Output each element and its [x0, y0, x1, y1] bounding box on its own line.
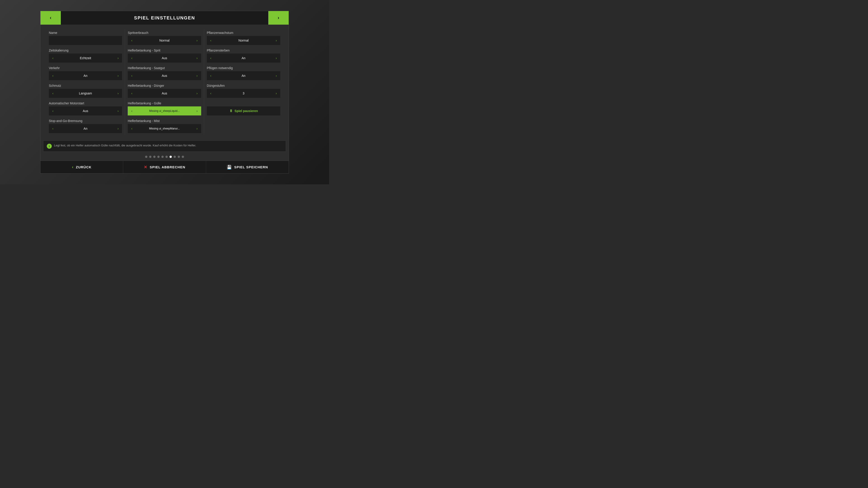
pflanzensterben-prev[interactable]: ‹	[207, 54, 215, 63]
pause-button[interactable]: ⏸ Spiel pausieren	[207, 106, 280, 116]
setting-pflanzenwachstum: Pflanzenwachstum ‹ Normal ›	[204, 29, 283, 47]
setting-verkehr-label: Verkehr	[49, 66, 122, 70]
dot-1[interactable]	[145, 156, 147, 158]
dungestufen-control: ‹ 3 ›	[207, 89, 280, 98]
pflanzenwachstum-next[interactable]: ›	[272, 36, 280, 45]
helfer-gulle-value: Missing ui_sheepLiquid...	[136, 109, 193, 112]
pflugen-control: ‹ An ›	[207, 71, 280, 80]
verkehr-control: ‹ An ›	[49, 71, 122, 80]
modal-header: ‹ SPIEL EINSTELLUNGEN ›	[40, 11, 289, 25]
setting-helfer-gulle-label: Helferbetankung - Gülle	[128, 101, 201, 105]
zeitskalierung-next[interactable]: ›	[114, 54, 122, 63]
stopgo-prev[interactable]: ‹	[49, 124, 57, 133]
settings-content: Name Spritverbrauch ‹ Normal › Pflanzenw…	[40, 25, 289, 138]
dungestufen-prev[interactable]: ‹	[207, 89, 215, 98]
verkehr-prev[interactable]: ‹	[49, 71, 57, 80]
dot-9[interactable]	[178, 156, 180, 158]
zeitskalierung-prev[interactable]: ‹	[49, 54, 57, 63]
dungestufen-next[interactable]: ›	[272, 89, 280, 98]
spritverbrauch-control: ‹ Normal ›	[128, 36, 201, 45]
verkehr-value: An	[57, 74, 114, 77]
helfer-mist-next[interactable]: ›	[193, 124, 201, 133]
helfer-saatgut-value: Aus	[136, 74, 193, 77]
setting-helfer-gulle: Helferbetankung - Gülle ‹ Missing ui_she…	[125, 100, 204, 117]
helfer-dunger-value: Aus	[136, 92, 193, 95]
pflugen-prev[interactable]: ‹	[207, 71, 215, 80]
helfer-gulle-control: ‹ Missing ui_sheepLiquid... ›	[128, 106, 201, 116]
helfer-sprit-value: Aus	[136, 56, 193, 60]
dungestufen-value: 3	[215, 92, 272, 95]
setting-spritverbrauch-label: Spritverbrauch	[128, 31, 201, 35]
helfer-gulle-prev[interactable]: ‹	[128, 106, 136, 116]
setting-name-label: Name	[49, 31, 122, 35]
helfer-gulle-next[interactable]: ›	[193, 106, 201, 116]
pflanzensterben-value: An	[215, 56, 272, 60]
helfer-mist-prev[interactable]: ‹	[128, 124, 136, 133]
schmutz-prev[interactable]: ‹	[49, 89, 57, 98]
save-label: SPIEL SPEICHERN	[234, 165, 268, 169]
helfer-dunger-next[interactable]: ›	[193, 89, 201, 98]
setting-schmutz: Schmutz ‹ Langsam ›	[46, 82, 125, 100]
helfer-saatgut-prev[interactable]: ‹	[128, 71, 136, 80]
prev-button[interactable]: ‹	[40, 11, 61, 25]
spritverbrauch-value: Normal	[136, 39, 193, 42]
helfer-saatgut-next[interactable]: ›	[193, 71, 201, 80]
modal-title: SPIEL EINSTELLUNGEN	[61, 15, 268, 21]
setting-verkehr: Verkehr ‹ An ›	[46, 64, 125, 82]
helfer-sprit-prev[interactable]: ‹	[128, 54, 136, 63]
pause-label: Spiel pausieren	[235, 109, 258, 113]
setting-pflanzenwachstum-label: Pflanzenwachstum	[207, 31, 280, 35]
dot-3[interactable]	[153, 156, 156, 158]
dot-8[interactable]	[174, 156, 176, 158]
dot-2[interactable]	[149, 156, 151, 158]
pause-icon: ⏸	[229, 109, 233, 113]
back-label: ZURÜCK	[76, 165, 92, 169]
spritverbrauch-next[interactable]: ›	[193, 36, 201, 45]
setting-pflanzensterben: Pflanzensterben ‹ An ›	[204, 47, 283, 64]
dot-6[interactable]	[165, 156, 168, 158]
zeitskalierung-value: Echtzeit	[57, 56, 114, 60]
helfer-sprit-next[interactable]: ›	[193, 54, 201, 63]
spritverbrauch-prev[interactable]: ‹	[128, 36, 136, 45]
dot-10[interactable]	[182, 156, 184, 158]
helfer-dunger-prev[interactable]: ‹	[128, 89, 136, 98]
next-button[interactable]: ›	[268, 11, 289, 25]
verkehr-next[interactable]: ›	[114, 71, 122, 80]
helfer-saatgut-control: ‹ Aus ›	[128, 71, 201, 80]
motorstart-next[interactable]: ›	[114, 106, 122, 116]
cancel-button[interactable]: ✕ SPIEL ABBRECHEN	[123, 161, 206, 173]
setting-pflugen: Pflügen notwendig ‹ An ›	[204, 64, 283, 82]
info-icon: i	[47, 144, 52, 149]
stopgo-next[interactable]: ›	[114, 124, 122, 133]
setting-helfer-mist: Helferbetankung - Mist ‹ Missing ui_shee…	[125, 117, 204, 135]
pflanzensterben-next[interactable]: ›	[272, 54, 280, 63]
pflanzenwachstum-control: ‹ Normal ›	[207, 36, 280, 45]
dot-4[interactable]	[157, 156, 160, 158]
setting-empty	[204, 117, 283, 135]
setting-name: Name	[46, 29, 125, 47]
stopgo-value: An	[57, 127, 114, 130]
back-icon: ‹	[72, 165, 74, 169]
save-button[interactable]: 💾 SPIEL SPEICHERN	[206, 161, 289, 173]
setting-pause-label	[207, 101, 280, 105]
setting-motorstart-label: Automatischer Motorstart	[49, 101, 122, 105]
setting-pause-container: ⏸ Spiel pausieren	[204, 100, 283, 117]
motorstart-control: ‹ Aus ›	[49, 106, 122, 116]
pflanzenwachstum-prev[interactable]: ‹	[207, 36, 215, 45]
setting-helfer-dunger: Helferbetankung - Dünger ‹ Aus ›	[125, 82, 204, 100]
dot-7[interactable]	[169, 156, 172, 158]
setting-schmutz-label: Schmutz	[49, 84, 122, 88]
pflugen-next[interactable]: ›	[272, 71, 280, 80]
setting-spritverbrauch: Spritverbrauch ‹ Normal ›	[125, 29, 204, 47]
setting-helfer-saatgut: Helferbetankung - Saatgut ‹ Aus ›	[125, 64, 204, 82]
helfer-mist-value: Missing ui_sheepManur...	[136, 127, 193, 130]
name-input[interactable]	[49, 36, 122, 45]
motorstart-prev[interactable]: ‹	[49, 106, 57, 116]
dot-5[interactable]	[161, 156, 164, 158]
schmutz-next[interactable]: ›	[114, 89, 122, 98]
empty-space	[207, 124, 280, 133]
setting-dungestufen-label: Düngestufen	[207, 84, 280, 88]
pflanzenwachstum-value: Normal	[215, 39, 272, 42]
setting-pflanzensterben-label: Pflanzensterben	[207, 48, 280, 52]
back-button[interactable]: ‹ ZURÜCK	[40, 161, 123, 173]
